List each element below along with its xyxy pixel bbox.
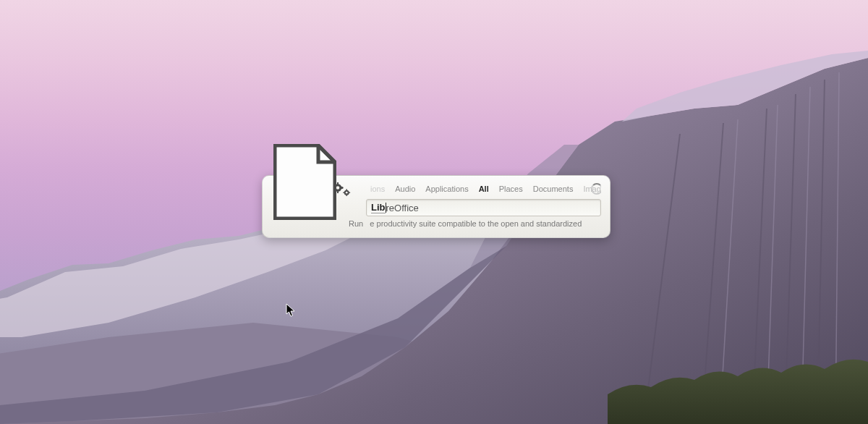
category-tab-documents[interactable]: Documents xyxy=(533,185,574,193)
category-tabs: ions Audio Applications All Places Docum… xyxy=(331,182,601,196)
svg-marker-16 xyxy=(275,145,335,219)
libreoffice-document-icon xyxy=(273,144,336,220)
category-tab-places[interactable]: Places xyxy=(499,185,523,193)
svg-rect-14 xyxy=(343,192,344,193)
search-input[interactable]: LibreOffice xyxy=(366,199,601,216)
search-typed-text: Lib xyxy=(371,202,386,213)
result-description: Run e productivity suite compatible to t… xyxy=(331,219,601,228)
svg-rect-13 xyxy=(346,195,347,196)
svg-rect-12 xyxy=(346,189,347,190)
category-tab-actions[interactable]: ions xyxy=(370,185,385,193)
category-tab-applications[interactable]: Applications xyxy=(425,185,468,193)
svg-point-9 xyxy=(336,186,340,190)
search-completion-text: reOffice xyxy=(386,203,419,213)
mouse-pointer-icon xyxy=(286,303,297,319)
svg-point-11 xyxy=(346,192,348,194)
category-tab-all[interactable]: All xyxy=(479,185,489,193)
svg-rect-15 xyxy=(349,192,350,193)
category-tab-audio[interactable]: Audio xyxy=(395,185,415,193)
loading-spinner-icon xyxy=(591,183,601,195)
